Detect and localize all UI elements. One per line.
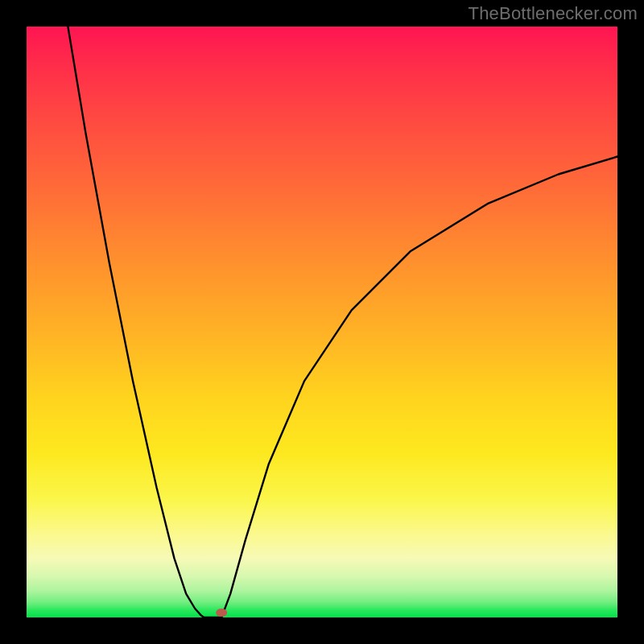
chart-frame: TheBottlenecker.com — [0, 0, 644, 644]
curve-right-branch — [221, 157, 617, 618]
curve-left-branch — [68, 27, 204, 617]
chart-canvas — [27, 27, 617, 617]
watermark-text: TheBottlenecker.com — [469, 3, 638, 24]
curve-marker — [216, 609, 227, 617]
chart-plot-area — [27, 27, 617, 617]
